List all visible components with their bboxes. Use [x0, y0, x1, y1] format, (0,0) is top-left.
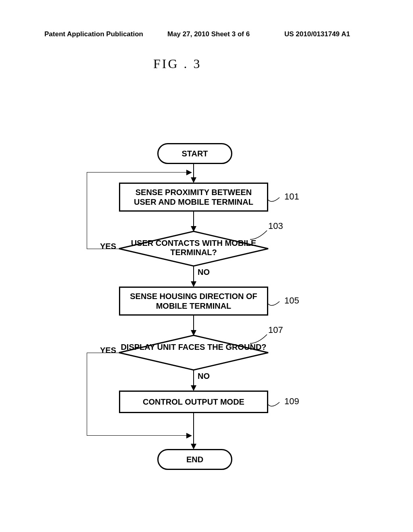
process-105: SENSE HOUSING DIRECTION OF MOBILE TERMIN…	[119, 287, 268, 316]
edge-105-107	[193, 316, 194, 332]
page: Patent Application Publication May 27, 2…	[0, 0, 413, 532]
leader-107	[250, 334, 269, 344]
edge-103-105	[193, 266, 194, 283]
ref-105: 105	[284, 295, 299, 306]
ref-101: 101	[284, 191, 299, 202]
decision-107-text: DISPLAY UNIT FACES THE GROUND?	[119, 343, 268, 352]
process-105-text: SENSE HOUSING DIRECTION OF MOBILE TERMIN…	[130, 291, 257, 311]
label-yes-107: YES	[100, 346, 116, 355]
edge-107-yes-h2	[87, 435, 188, 436]
edge-101-103	[193, 212, 194, 228]
arrowhead-icon	[191, 385, 196, 391]
process-109-text: CONTROL OUTPUT MODE	[143, 397, 244, 407]
arrowhead-icon	[191, 444, 196, 449]
process-101-text: SENSE PROXIMITY BETWEEN USER AND MOBILE …	[134, 187, 253, 207]
header-left: Patent Application Publication	[44, 30, 143, 38]
decision-107: DISPLAY UNIT FACES THE GROUND?	[119, 335, 268, 370]
edge-103-yes-h1	[87, 249, 119, 249]
header-right: US 2010/0131749 A1	[284, 30, 350, 38]
decision-103: USER CONTACTS WITH MOBILE TERMINAL?	[119, 231, 268, 266]
label-no-103: NO	[198, 268, 210, 277]
arrowhead-icon	[191, 177, 196, 183]
end-terminal: END	[157, 449, 232, 470]
arrowhead-icon	[191, 281, 196, 287]
edge-103-yes-h2	[87, 172, 188, 172]
process-109: CONTROL OUTPUT MODE	[119, 391, 268, 413]
label-yes-103: YES	[100, 242, 116, 251]
edge-107-109	[193, 370, 194, 387]
ref-109: 109	[284, 396, 299, 407]
ref-103: 103	[268, 221, 283, 231]
arrowhead-icon	[186, 433, 192, 438]
arrowhead-icon	[186, 170, 192, 175]
edge-107-yes-h1	[87, 353, 119, 353]
leader-105	[268, 300, 284, 308]
edge-109-end	[193, 413, 194, 445]
leader-103	[250, 230, 269, 240]
start-label: START	[181, 149, 208, 158]
edge-103-yes-v	[87, 172, 87, 249]
decision-103-text: USER CONTACTS WITH MOBILE TERMINAL?	[119, 239, 268, 257]
figure-label: FIG . 3	[153, 56, 202, 71]
process-101: SENSE PROXIMITY BETWEEN USER AND MOBILE …	[119, 183, 268, 212]
header-center: May 27, 2010 Sheet 3 of 6	[167, 30, 250, 38]
start-terminal: START	[157, 143, 232, 164]
edge-start-101	[193, 163, 194, 179]
leader-109	[268, 401, 284, 409]
leader-101	[268, 196, 284, 204]
label-no-107: NO	[198, 372, 210, 381]
end-label: END	[186, 455, 203, 464]
edge-107-yes-v	[87, 353, 87, 435]
ref-107: 107	[268, 325, 283, 335]
svg-marker-1	[119, 335, 268, 370]
